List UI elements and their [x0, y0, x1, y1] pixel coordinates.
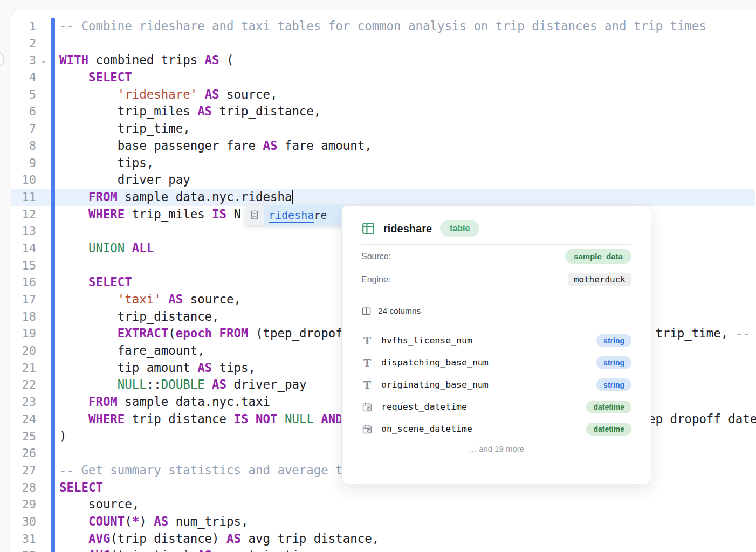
- line-number[interactable]: 21: [11, 360, 36, 377]
- fold-slot: [40, 479, 51, 496]
- line-number[interactable]: 19: [11, 325, 36, 342]
- line-number[interactable]: 9: [11, 155, 36, 172]
- code-line[interactable]: 'rideshare' AS source,: [59, 86, 756, 104]
- code-line[interactable]: COUNT(*) AS num_trips,: [59, 513, 756, 530]
- token-kw: AS: [197, 104, 212, 118]
- line-number-gutter[interactable]: 1234567891011121314151617181920212223242…: [11, 18, 36, 552]
- line-number[interactable]: 23: [11, 394, 36, 411]
- source-value-badge: sample_data: [565, 249, 631, 264]
- token-def: [59, 532, 88, 546]
- line-number[interactable]: 15: [11, 257, 36, 274]
- fold-gutter[interactable]: ⌄: [40, 18, 51, 552]
- token-kw: AS: [154, 514, 168, 528]
- text-type-icon: T: [361, 335, 373, 347]
- line-number[interactable]: 26: [11, 445, 36, 462]
- token-def: fare_amount,: [59, 343, 205, 357]
- token-def: tip_amount: [59, 361, 197, 375]
- token-def: [197, 87, 204, 101]
- code-line[interactable]: tips,: [59, 155, 756, 172]
- fold-chevron-icon[interactable]: ⌄: [40, 52, 51, 69]
- autocomplete-rest-text: re: [314, 209, 327, 222]
- autocomplete-item-rideshare[interactable]: rideshare: [264, 205, 346, 225]
- token-def: driver_pay: [59, 172, 190, 187]
- token-def: ): [139, 514, 154, 528]
- token-def: trip_miles: [59, 104, 197, 118]
- collapsed-side-button[interactable]: [0, 51, 4, 67]
- line-number[interactable]: 10: [11, 171, 36, 189]
- line-number[interactable]: 11: [11, 189, 36, 206]
- line-number[interactable]: 17: [11, 291, 36, 308]
- fold-slot: [40, 445, 51, 462]
- line-number[interactable]: 30: [11, 513, 36, 530]
- fold-slot: [40, 342, 51, 360]
- line-number[interactable]: 28: [11, 479, 36, 496]
- token-kw: WITH: [59, 53, 88, 67]
- line-number[interactable]: 27: [11, 462, 36, 479]
- token-def: driver_pay: [226, 377, 306, 391]
- code-line[interactable]: trip_miles AS trip_distance,: [59, 103, 756, 120]
- line-number[interactable]: 31: [11, 530, 36, 548]
- fold-slot: [40, 274, 51, 291]
- calendar-clock-icon: [361, 424, 373, 434]
- line-number[interactable]: 14: [11, 240, 36, 257]
- fold-slot: [40, 69, 51, 86]
- token-def: [59, 377, 118, 391]
- line-number[interactable]: 20: [11, 342, 36, 360]
- token-kw: IS: [212, 207, 226, 221]
- token-def: trip_time,: [648, 326, 736, 340]
- line-number[interactable]: 8: [11, 137, 36, 155]
- token-com: -- Combine rideshare and taxi tables for…: [59, 19, 706, 33]
- token-def: [59, 326, 118, 340]
- line-number[interactable]: 22: [11, 376, 36, 394]
- token-kw: AS: [197, 548, 212, 552]
- line-number[interactable]: 6: [11, 103, 36, 120]
- line-number[interactable]: 3: [11, 52, 36, 69]
- code-line[interactable]: [59, 35, 756, 52]
- column-row: Tdispatching_base_numstring: [361, 351, 631, 374]
- code-line[interactable]: trip_time,: [59, 120, 756, 137]
- code-line[interactable]: -- Combine rideshare and taxi tables for…: [59, 18, 756, 35]
- line-number[interactable]: 16: [11, 274, 36, 291]
- line-number[interactable]: 5: [11, 86, 36, 104]
- fold-slot: [40, 137, 51, 155]
- code-line[interactable]: SELECT: [59, 69, 756, 86]
- column-name: originating_base_num: [381, 380, 596, 390]
- line-number[interactable]: 2: [11, 35, 36, 52]
- column-type-badge: datetime: [586, 423, 631, 436]
- line-number[interactable]: 18: [11, 308, 36, 326]
- code-line[interactable]: FROM sample_data.nyc.ridesha: [59, 189, 756, 206]
- column-row: Toriginating_base_numstring: [361, 374, 631, 396]
- code-line[interactable]: AVG(trip_time) AS avg_trip_time,: [59, 547, 756, 552]
- token-def: [161, 292, 168, 306]
- line-number[interactable]: 7: [11, 120, 36, 137]
- line-number[interactable]: 4: [11, 69, 36, 86]
- token-def: sample_data.nyc.ridesha: [118, 190, 292, 204]
- token-kw: SELECT: [59, 480, 103, 494]
- column-row: request_datetimedatetime: [361, 396, 631, 418]
- fold-slot: [40, 18, 51, 35]
- code-line[interactable]: driver_pay: [59, 171, 756, 189]
- line-number[interactable]: 12: [11, 206, 36, 223]
- autocomplete-popup[interactable]: rideshare: [245, 205, 346, 225]
- code-line[interactable]: source,: [59, 496, 756, 513]
- code-line[interactable]: WITH combined_trips AS (: [59, 52, 756, 69]
- line-number[interactable]: 29: [11, 496, 36, 513]
- token-str: 'rideshare': [118, 87, 197, 101]
- column-row: on_scene_datetimedatetime: [361, 418, 631, 440]
- line-number[interactable]: 1: [11, 18, 36, 35]
- line-number[interactable]: 24: [11, 411, 36, 428]
- token-kw: WHERE: [88, 412, 125, 426]
- code-line[interactable]: base_passenger_fare AS fare_amount,: [59, 137, 756, 155]
- fold-slot: [40, 325, 51, 342]
- line-number[interactable]: 25: [11, 428, 36, 445]
- line-number[interactable]: 13: [11, 223, 36, 240]
- info-row-source: Source: sample_data: [361, 245, 631, 268]
- code-line[interactable]: AVG(trip_distance) AS avg_trip_distance,: [59, 530, 756, 548]
- column-type-badge: string: [596, 356, 631, 369]
- line-number[interactable]: 32: [11, 547, 36, 552]
- token-kw: COUNT: [88, 514, 125, 528]
- token-def: trip_distance: [125, 412, 233, 426]
- database-icon: [249, 210, 260, 220]
- fold-slot: [40, 103, 51, 120]
- source-label: Source:: [361, 252, 391, 261]
